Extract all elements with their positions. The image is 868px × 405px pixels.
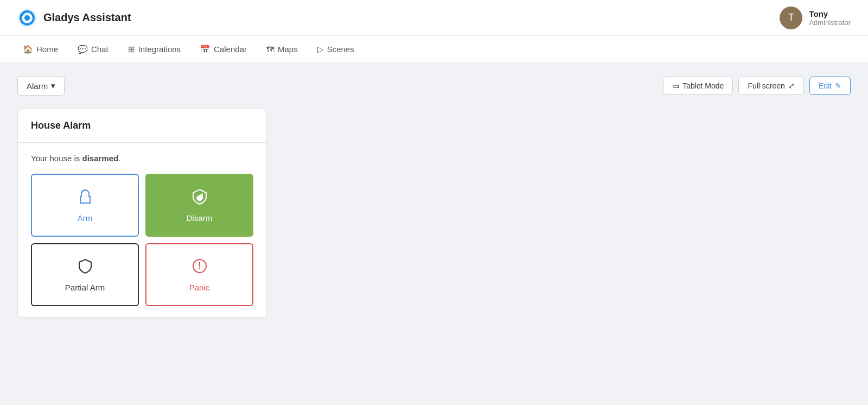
svg-rect-3 (198, 198, 201, 201)
alarm-card-body: Your house is disarmed. Arm (18, 143, 266, 317)
alarm-dropdown-label: Alarm (27, 81, 48, 91)
chat-icon: 💬 (78, 45, 88, 54)
header-right: T Tony Administrator (780, 7, 851, 29)
home-icon: 🏠 (23, 45, 33, 54)
nav-item-calendar[interactable]: 📅 Calendar (193, 40, 254, 59)
page-toolbar: Alarm ▾ ▭ Tablet Mode Full screen ⤢ Edit… (17, 76, 851, 96)
nav-item-chat[interactable]: 💬 Chat (70, 40, 116, 59)
nav-label-scenes: Scenes (327, 45, 354, 54)
dropdown-arrow-icon: ▾ (51, 81, 55, 91)
integrations-icon: ⊞ (128, 45, 135, 54)
alarm-dropdown-button[interactable]: Alarm ▾ (17, 76, 65, 96)
svg-point-2 (24, 15, 30, 21)
avatar-initial: T (788, 12, 794, 23)
disarm-button[interactable]: Disarm (145, 174, 253, 237)
panic-label: Panic (189, 283, 210, 292)
calendar-icon: 📅 (200, 45, 210, 54)
partial-arm-label: Partial Arm (65, 283, 105, 292)
disarm-icon (191, 188, 208, 208)
app-logo (17, 8, 37, 28)
tablet-mode-button[interactable]: ▭ Tablet Mode (663, 77, 733, 95)
nav-label-maps: Maps (278, 45, 298, 54)
nav-label-calendar: Calendar (214, 45, 247, 54)
edit-button[interactable]: Edit ✎ (809, 77, 851, 95)
nav-label-chat: Chat (91, 45, 108, 54)
main-nav: 🏠 Home 💬 Chat ⊞ Integrations 📅 Calendar … (0, 36, 868, 63)
panic-button[interactable]: ! Panic (145, 243, 253, 306)
toolbar-actions: ▭ Tablet Mode Full screen ⤢ Edit ✎ (663, 77, 851, 95)
fullscreen-label: Full screen (748, 81, 784, 90)
alarm-buttons-grid: Arm Disarm (31, 174, 253, 306)
arm-button[interactable]: Arm (31, 174, 139, 237)
alarm-card-title: House Alarm (18, 109, 266, 143)
nav-item-scenes[interactable]: ▷ Scenes (310, 40, 362, 59)
app-title: Gladys Assistant (43, 11, 131, 24)
main-content: Alarm ▾ ▭ Tablet Mode Full screen ⤢ Edit… (0, 63, 868, 405)
status-suffix: . (118, 154, 120, 163)
disarm-label: Disarm (187, 213, 213, 223)
svg-text:!: ! (198, 261, 201, 270)
user-name: Tony (809, 9, 828, 18)
user-role: Administrator (809, 18, 851, 27)
arm-icon (76, 188, 94, 208)
fullscreen-icon: ⤢ (788, 81, 795, 90)
nav-item-home[interactable]: 🏠 Home (15, 40, 66, 59)
status-prefix: Your house is (31, 154, 82, 163)
tablet-mode-label: Tablet Mode (682, 81, 724, 90)
arm-label: Arm (78, 213, 93, 223)
status-value: disarmed (82, 154, 119, 163)
edit-label: Edit (819, 81, 832, 90)
nav-label-integrations: Integrations (138, 45, 181, 54)
user-info: Tony Administrator (809, 9, 851, 27)
panic-icon: ! (191, 257, 208, 277)
scenes-icon: ▷ (317, 45, 324, 54)
alarm-card: House Alarm Your house is disarmed. Arm (17, 109, 267, 318)
nav-item-integrations[interactable]: ⊞ Integrations (120, 40, 188, 59)
app-header: Gladys Assistant T Tony Administrator (0, 0, 868, 36)
partial-arm-button[interactable]: Partial Arm (31, 243, 139, 306)
full-screen-button[interactable]: Full screen ⤢ (738, 77, 803, 95)
maps-icon: 🗺 (266, 45, 275, 54)
tablet-icon: ▭ (672, 81, 679, 90)
nav-label-home: Home (36, 45, 58, 54)
edit-icon: ✎ (835, 81, 841, 90)
header-left: Gladys Assistant (17, 8, 131, 28)
avatar: T (780, 7, 802, 29)
alarm-status-text: Your house is disarmed. (31, 154, 253, 163)
nav-item-maps[interactable]: 🗺 Maps (259, 40, 305, 58)
partial-arm-icon (76, 257, 94, 277)
